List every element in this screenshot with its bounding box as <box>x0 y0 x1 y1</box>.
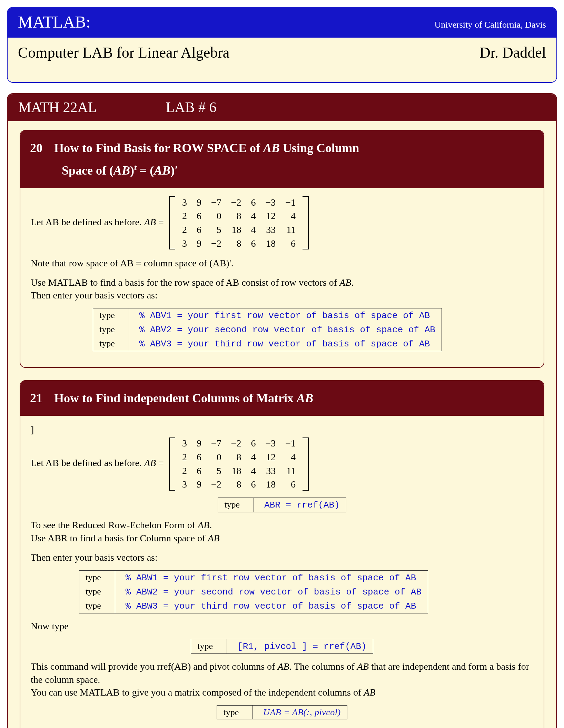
matrix-cell: 5 <box>206 464 226 478</box>
matrix-cell: 6 <box>192 223 206 237</box>
s20-l2-sup: t <box>134 163 137 172</box>
section-20-num: 20 <box>30 137 42 159</box>
section-20-header: 20How to Find Basis for ROW SPACE of AB … <box>20 131 544 188</box>
s21-p4-ab: AB <box>364 687 375 698</box>
code-content: % ABV1 = your first row vector of basis … <box>129 308 442 323</box>
code-type-label: type <box>93 337 129 351</box>
matrix-cell: 4 <box>246 464 261 478</box>
matrix-cell: 18 <box>261 478 281 491</box>
header-author: Dr. Daddel <box>479 44 546 61</box>
matrix-cell: 6 <box>280 478 300 491</box>
matrix-cell: 6 <box>246 478 261 491</box>
section-21-num: 21 <box>30 387 42 410</box>
matrix-cell: 9 <box>192 196 206 209</box>
matrix-cell: −3 <box>261 196 281 209</box>
matrix-cell: 11 <box>280 223 300 237</box>
s20-intro-eq: = <box>156 217 166 227</box>
matrix-cell: 12 <box>261 450 281 464</box>
s21-then: Then enter your basis vectors as: <box>31 551 533 564</box>
s21-p4-a: You can use MATLAB to give you a matrix … <box>31 687 364 698</box>
s20-code-box: type% ABV1 = your first row vector of ba… <box>93 308 442 351</box>
s20-use-ab: AB <box>339 277 351 288</box>
header-title: MATLAB: <box>18 12 91 31</box>
matrix-cell: 4 <box>280 450 300 464</box>
matrix-cell: 8 <box>226 237 246 250</box>
matrix-cell: 18 <box>226 223 246 237</box>
s21-stray: ] <box>31 423 533 436</box>
matrix-cell: 18 <box>226 464 246 478</box>
title-card: MATLAB: University of California, Davis … <box>7 7 557 83</box>
section-21-body: ] Let AB be defined as before. AB = 39−7… <box>20 416 544 728</box>
matrix-cell: 33 <box>261 464 281 478</box>
code-type-label: type <box>93 323 129 337</box>
s21-code-rref: type ABR = rref(AB) <box>218 498 346 512</box>
course-header: MATH 22AL LAB # 6 <box>8 94 556 121</box>
code-r: UAB = AB(:, pivcol) <box>253 706 347 719</box>
section-21-header: 21How to Find independent Columns of Mat… <box>20 381 544 416</box>
s20-l2-mid: ) <box>130 164 134 177</box>
s21-intro-ab: AB <box>144 458 156 468</box>
s21-p3-ab2: AB <box>357 661 369 672</box>
main-card: MATH 22AL LAB # 6 20How to Find Basis fo… <box>7 93 557 728</box>
matrix-cell: 4 <box>280 209 300 223</box>
matrix-cell: 12 <box>261 209 281 223</box>
code-type-label: type <box>93 308 129 323</box>
matrix-cell: −2 <box>226 436 246 450</box>
course-code: MATH 22AL <box>18 99 97 116</box>
code-l: type <box>191 639 227 653</box>
matrix-cell: 9 <box>192 478 206 491</box>
code-r: ABR = rref(AB) <box>254 498 346 512</box>
s20-title-ab: AB <box>263 141 280 155</box>
s21-title-a: How to Find independent Columns of Matri… <box>54 391 297 405</box>
matrix-cell: 11 <box>280 464 300 478</box>
matrix-cell: 3 <box>177 237 192 250</box>
matrix-cell: 3 <box>177 478 192 491</box>
matrix-cell: 2 <box>177 450 192 464</box>
s20-use-end: . <box>351 277 354 288</box>
s21-p3-b: . The columns of <box>289 661 357 672</box>
code-content: % ABW3 = your third row vector of basis … <box>115 599 428 613</box>
s21-p2-ab: AB <box>208 533 219 543</box>
code-content: % ABV2 = your second row vector of basis… <box>129 323 442 337</box>
s20-title-b: Using Column <box>280 141 359 155</box>
code-l: type <box>218 498 254 512</box>
s21-p3-a: This command will provide you rref(AB) a… <box>31 661 277 672</box>
matrix-cell: 6 <box>246 237 261 250</box>
s21-p3-ab: AB <box>277 661 289 672</box>
s21-intro-a: Let AB be defined as before. <box>31 458 144 468</box>
header-university: University of California, Davis <box>435 20 546 30</box>
matrix-cell: 6 <box>246 436 261 450</box>
code-type-label: type <box>79 585 115 599</box>
s20-title-a: How to Find Basis for ROW SPACE of <box>54 141 263 155</box>
matrix-cell: 3 <box>177 436 192 450</box>
s20-use-a: Use MATLAB to find a basis for the row s… <box>31 277 339 288</box>
code-r: [R1, pivcol ] = rref(AB) <box>227 639 373 653</box>
code-content: % ABW2 = your second row vector of basis… <box>115 585 428 599</box>
matrix-cell: 18 <box>261 237 281 250</box>
s21-now: Now type <box>31 620 533 633</box>
matrix-cell: −1 <box>280 196 300 209</box>
matrix-cell: 4 <box>246 209 261 223</box>
matrix-cell: 2 <box>177 209 192 223</box>
matrix-cell: 9 <box>192 436 206 450</box>
s21-intro-eq: = <box>156 458 166 468</box>
s21-code-piv: type [R1, pivcol ] = rref(AB) <box>191 639 373 654</box>
s20-l2-a: Space of ( <box>62 164 113 177</box>
matrix-cell: 0 <box>206 450 226 464</box>
matrix-cell: 0 <box>206 209 226 223</box>
s21-code-abw: type% ABW1 = your first row vector of ba… <box>79 570 428 613</box>
matrix-cell: −1 <box>280 436 300 450</box>
sub-header: Computer LAB for Linear Algebra Dr. Dadd… <box>8 38 556 82</box>
code-content: % ABV3 = your third row vector of basis … <box>129 337 442 351</box>
s20-l2-eq: = ( <box>137 164 154 177</box>
s21-title-ab: AB <box>297 391 313 405</box>
matrix-cell: −7 <box>206 436 226 450</box>
matrix-cell: −7 <box>206 196 226 209</box>
matrix-cell: 8 <box>226 450 246 464</box>
matrix-cell: −3 <box>261 436 281 450</box>
matrix-cell: 8 <box>226 478 246 491</box>
s21-p2-a: Use ABR to find a basis for Column space… <box>31 533 208 543</box>
matrix-cell: 33 <box>261 223 281 237</box>
matrix-cell: 5 <box>206 223 226 237</box>
s20-l2-end: )′ <box>170 164 178 177</box>
